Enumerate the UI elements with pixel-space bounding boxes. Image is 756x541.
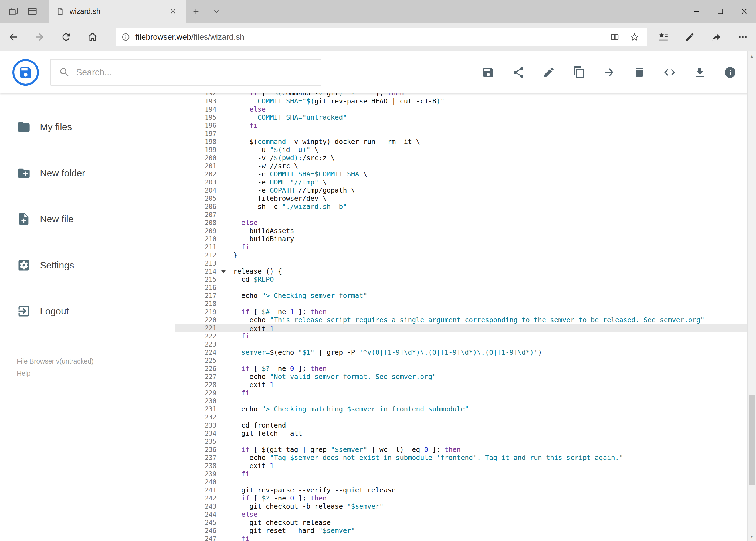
code-line[interactable]: 199 -u "$(id -u)" \ [175, 146, 756, 154]
fold-toggle-icon[interactable] [216, 268, 233, 275]
sidebar-item-my-files[interactable]: My files [0, 104, 175, 150]
set-tabs-aside-icon[interactable] [6, 4, 21, 19]
code-line[interactable]: 229 fi [175, 389, 756, 397]
code-line[interactable]: 197 [175, 130, 756, 138]
code-line[interactable]: 246 git reset --hard "$semver" [175, 527, 756, 535]
site-info-icon[interactable] [122, 33, 130, 41]
hub-favorites-icon[interactable] [650, 23, 677, 51]
code-line[interactable]: 193 COMMIT_SHA="$(git rev-parse HEAD | c… [175, 97, 756, 105]
code-line[interactable]: 219 if [ $# -ne 1 ]; then [175, 308, 756, 316]
raw-code-button[interactable] [663, 66, 676, 79]
info-button[interactable] [724, 66, 737, 79]
code-line[interactable]: 221 exit 1 [175, 324, 756, 332]
scrollbar-track[interactable] [748, 61, 756, 532]
code-line[interactable]: 239 fi [175, 470, 756, 478]
code-line[interactable]: 211 fi [175, 243, 756, 251]
code-line[interactable]: 247 fi [175, 535, 756, 541]
code-line[interactable]: 235 [175, 437, 756, 446]
code-line[interactable]: 238 exit 1 [175, 462, 756, 470]
code-line[interactable]: 225 [175, 356, 756, 365]
maximize-button[interactable] [708, 0, 732, 23]
code-line[interactable]: 237 echo "Tag $semver does not exist in … [175, 454, 756, 462]
code-line[interactable]: 200 -v /$(pwd):/src:z \ [175, 154, 756, 162]
code-line[interactable]: 210 buildBinary [175, 235, 756, 243]
sidebar-item-new-folder[interactable]: New folder [0, 150, 175, 196]
sidebar-item-logout[interactable]: Logout [0, 288, 175, 334]
code-line[interactable]: 220 echo "This release script requires a… [175, 316, 756, 324]
code-line[interactable]: 223 [175, 340, 756, 348]
code-line[interactable]: 198 $(command -v winpty) docker run --rm… [175, 138, 756, 146]
refresh-button[interactable] [53, 23, 79, 51]
code-line[interactable]: 232 [175, 413, 756, 421]
more-options-icon[interactable] [730, 23, 756, 51]
minimize-button[interactable] [685, 0, 708, 23]
edit-button[interactable] [542, 66, 555, 79]
code-line[interactable]: 204 -e GOPATH=//tmp/gopath \ [175, 186, 756, 195]
browser-tab[interactable]: wizard.sh [49, 0, 186, 23]
code-line[interactable]: 194 else [175, 105, 756, 114]
code-line[interactable]: 196 fi [175, 122, 756, 130]
code-line[interactable]: 205 filebrowser/dev \ [175, 195, 756, 203]
share-icon[interactable] [703, 23, 730, 51]
sidebar-item-settings[interactable]: Settings [0, 242, 175, 288]
tab-list-chevron-icon[interactable] [206, 0, 227, 23]
code-line[interactable]: 209 buildAssets [175, 227, 756, 235]
code-line[interactable]: 202 -e COMMIT_SHA=$COMMIT_SHA \ [175, 170, 756, 178]
code-line[interactable]: 195 COMMIT_SHA="untracked" [175, 114, 756, 122]
code-line[interactable]: 218 [175, 300, 756, 308]
code-line[interactable]: 222 fi [175, 332, 756, 340]
favorite-star-icon[interactable] [630, 32, 639, 42]
address-bar[interactable]: filebrowser.web/files/wizard.sh [116, 28, 647, 46]
code-line[interactable]: 236 if [ $(git tag | grep "$semver" | wc… [175, 446, 756, 454]
new-tab-button[interactable] [186, 0, 206, 23]
search-input[interactable] [76, 67, 321, 78]
code-line[interactable]: 212} [175, 251, 756, 259]
reading-view-icon[interactable] [610, 32, 620, 42]
code-line[interactable]: 245 git checkout release [175, 519, 756, 527]
code-line[interactable]: 244 else [175, 510, 756, 519]
code-line[interactable]: 230 [175, 397, 756, 405]
delete-button[interactable] [633, 66, 646, 79]
help-link[interactable]: Help [17, 369, 94, 377]
code-line[interactable]: 201 -w //src \ [175, 162, 756, 170]
code-line[interactable]: 208 else [175, 219, 756, 227]
code-line[interactable]: 240 [175, 478, 756, 486]
code-line[interactable]: 231 echo "> Checking matching $semver in… [175, 405, 756, 413]
forward-button[interactable] [26, 23, 53, 51]
code-line[interactable]: 242 if [ $? -ne 0 ]; then [175, 494, 756, 502]
save-button[interactable] [482, 66, 495, 79]
code-line[interactable]: 214release () { [175, 268, 756, 275]
code-line[interactable]: 192 if [ "$(command -v git)" != "" ]; th… [175, 93, 756, 97]
scroll-down-icon[interactable]: ▼ [748, 532, 756, 541]
code-line[interactable]: 206 sh -c "./wizard.sh -b" [175, 203, 756, 211]
code-line[interactable]: 233 cd frontend [175, 421, 756, 429]
code-line[interactable]: 226 if [ $? -ne 0 ]; then [175, 365, 756, 373]
code-line[interactable]: 215 cd $REPO [175, 275, 756, 283]
scroll-up-icon[interactable]: ▲ [748, 51, 756, 61]
code-line[interactable]: 228 exit 1 [175, 381, 756, 389]
web-notes-pen-icon[interactable] [677, 23, 703, 51]
code-line[interactable]: 241 git rev-parse --verify --quiet relea… [175, 486, 756, 494]
sidebar-item-new-file[interactable]: New file [0, 196, 175, 242]
move-button[interactable] [603, 66, 616, 79]
code-line[interactable]: 224 semver=$(echo "$1" | grep -P '^v(0|[… [175, 348, 756, 356]
code-line[interactable]: 243 git checkout -b release "$semver" [175, 502, 756, 510]
code-editor[interactable]: 192 if [ "$(command -v git)" != "" ]; th… [175, 93, 756, 541]
code-line[interactable]: 213 [175, 259, 756, 268]
page-scrollbar[interactable]: ▲ ▼ [747, 51, 756, 541]
download-button[interactable] [693, 66, 706, 79]
home-button[interactable] [79, 23, 106, 51]
scrollbar-thumb[interactable] [749, 395, 755, 485]
code-line[interactable]: 217 echo "> Checking semver format" [175, 292, 756, 300]
code-line[interactable]: 234 git fetch --all [175, 429, 756, 437]
tab-close-icon[interactable] [167, 6, 179, 17]
back-button[interactable] [0, 23, 26, 51]
code-line[interactable]: 216 [175, 283, 756, 292]
code-line[interactable]: 203 -e HOME="//tmp" \ [175, 178, 756, 186]
copy-button[interactable] [573, 66, 586, 79]
code-line[interactable]: 207 [175, 211, 756, 219]
code-line[interactable]: 227 echo "Not valid semver format. See s… [175, 373, 756, 381]
search-box[interactable] [50, 59, 322, 86]
tab-preview-icon[interactable] [25, 4, 40, 19]
close-button[interactable] [732, 0, 756, 23]
